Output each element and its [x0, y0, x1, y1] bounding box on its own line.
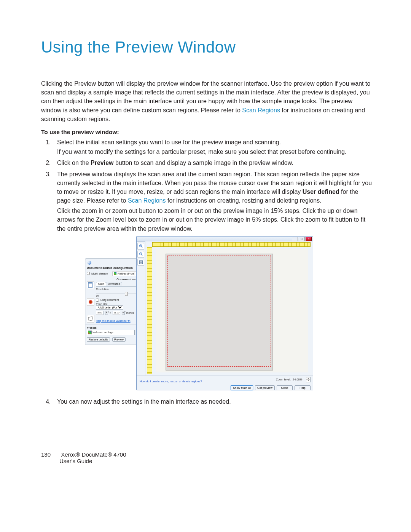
page-number: 130: [41, 451, 59, 458]
step-3-bold: User defined: [303, 189, 339, 195]
width-spinner[interactable]: ▲▼: [105, 311, 108, 315]
footer-subtitle: User's Guide: [59, 458, 126, 464]
region-help-link[interactable]: How do I create, move, resize, or delete…: [140, 380, 202, 383]
svg-line-11: [141, 263, 142, 263]
zoom-spinner[interactable]: ▲▼: [306, 377, 311, 382]
zoom-fit-button[interactable]: [137, 259, 144, 266]
zoom-out-button[interactable]: [137, 251, 144, 258]
steps-list: Select the initial scan settings you wan…: [41, 138, 373, 233]
thumb-2-flower-icon[interactable]: [87, 298, 94, 306]
preview-window: — ▢ ✕: [136, 236, 313, 390]
step-1-line1: Select the initial scan settings you wan…: [57, 139, 281, 145]
slider-knob[interactable]: [125, 292, 128, 296]
show-main-ui-button[interactable]: Show Main UI: [231, 385, 253, 390]
step-3-para2: Click the zoom in or zoom out button to …: [57, 206, 373, 233]
ruler-area: [145, 241, 313, 375]
long-document-label: Long document: [100, 299, 119, 301]
preview-button[interactable]: Preview: [112, 337, 126, 342]
restore-defaults-button[interactable]: Restore defaults: [87, 337, 110, 342]
svg-point-10: [140, 262, 142, 263]
zoom-in-icon: [139, 244, 143, 248]
zoom-level-value: 24.00%: [293, 378, 304, 381]
height-input[interactable]: 11.00: [113, 311, 120, 315]
preview-page: [166, 254, 273, 371]
zoom-fit-icon: [139, 260, 143, 264]
chevron-down-icon: ▼: [306, 380, 310, 382]
color-swatch-icon: [114, 272, 116, 275]
section-title: Document source configuration: [87, 266, 144, 270]
step-2: Click on the Preview button to scan and …: [53, 158, 373, 167]
scan-region-outline[interactable]: [167, 256, 271, 367]
minimize-button[interactable]: —: [292, 237, 298, 241]
window-close-button[interactable]: ✕: [306, 237, 312, 241]
preset-button-row: Restore defaults Preview: [87, 337, 144, 342]
screenshot-figure: Document source configuration Multi-stre…: [85, 236, 313, 390]
zoom-level-label: Zoom level:: [276, 378, 291, 381]
step-3: The preview window displays the scan are…: [53, 170, 373, 233]
page-icon: [87, 282, 94, 289]
zoom-out-icon: [139, 252, 143, 256]
preview-canvas[interactable]: [156, 249, 308, 372]
svg-line-3: [141, 247, 142, 248]
tab-main[interactable]: Main: [96, 282, 106, 286]
close-button[interactable]: Close: [277, 385, 293, 390]
width-input[interactable]: 8.50: [96, 311, 104, 315]
app-icon: [88, 261, 91, 265]
get-preview-button[interactable]: Get preview: [255, 385, 275, 390]
ruler-top: [152, 242, 311, 247]
scan-regions-link-2[interactable]: Scan Regions: [128, 197, 166, 204]
presets-label: Presets:: [87, 326, 144, 329]
multistream-label: Multi-stream: [91, 272, 108, 275]
thumbnail-column: [87, 281, 94, 323]
svg-line-7: [141, 255, 142, 256]
times-label: ×: [110, 312, 111, 314]
step-4: You can now adjust the settings in the m…: [53, 397, 373, 406]
steps-list-continued: You can now adjust the settings in the m…: [41, 397, 373, 406]
resolution-slider[interactable]: [96, 293, 142, 294]
step-4-text: You can now adjust the settings in the m…: [57, 398, 231, 405]
step-1: Select the initial scan settings you wan…: [53, 138, 373, 156]
maximize-button[interactable]: ▢: [299, 237, 305, 241]
tab-advanced[interactable]: Advanced: [106, 282, 122, 286]
footer-product: Xerox® DocuMate® 4700: [61, 451, 126, 458]
multistream-checkbox[interactable]: [87, 272, 90, 275]
page-title: Using the Preview Window: [41, 38, 373, 56]
pagesize-dropdown[interactable]: A US Letter (Portrait): [96, 305, 123, 310]
zoom-in-button[interactable]: [137, 243, 144, 250]
height-spinner[interactable]: ▲▼: [122, 311, 125, 315]
thumb-3-stamp-icon[interactable]: [87, 315, 94, 323]
multistream-row: Multi-stream Flatbed (Front) Color: [87, 271, 144, 276]
preset-dropdown[interactable]: Last used settings: [87, 330, 135, 335]
doc-settings-heading: Document settings: [87, 278, 144, 281]
step-1-line2: If you want to modify the settings for a…: [57, 147, 373, 156]
long-document-checkbox[interactable]: [96, 299, 99, 302]
window-titlebar: — ▢ ✕: [137, 236, 313, 242]
scan-regions-link[interactable]: Scan Regions: [242, 107, 280, 113]
page-footer: 130 Xerox® DocuMate® 4700 User's Guide: [41, 451, 126, 464]
document-page: Using the Preview Window Clicking the Pr…: [0, 0, 411, 532]
preview-button-row: Show Main UI Get preview Close Help: [140, 385, 311, 390]
help-button[interactable]: Help: [295, 385, 311, 390]
zoom-controls: Zoom level: 24.00% ▲▼: [276, 377, 311, 382]
step-2-bold: Preview: [91, 160, 113, 166]
preset-select: Last used settings ▼ ▶: [87, 330, 144, 335]
preview-bottombar: How do I create, move, resize, or delete…: [137, 375, 313, 390]
thumb-1[interactable]: [87, 281, 94, 289]
step-2-a: Click on the: [57, 160, 91, 166]
intro-paragraph: Clicking the Preview button will display…: [41, 79, 373, 123]
ruler-left: [147, 247, 152, 374]
svg-rect-1: [88, 282, 92, 283]
step-2-b: button to scan and display a sample imag…: [114, 160, 293, 166]
step-3-c: for instructions on creating, resizing a…: [166, 197, 322, 204]
unit-label: inches: [126, 312, 134, 314]
sub-heading: To use the preview window:: [41, 129, 373, 136]
zoom-toolstrip: [137, 241, 145, 377]
